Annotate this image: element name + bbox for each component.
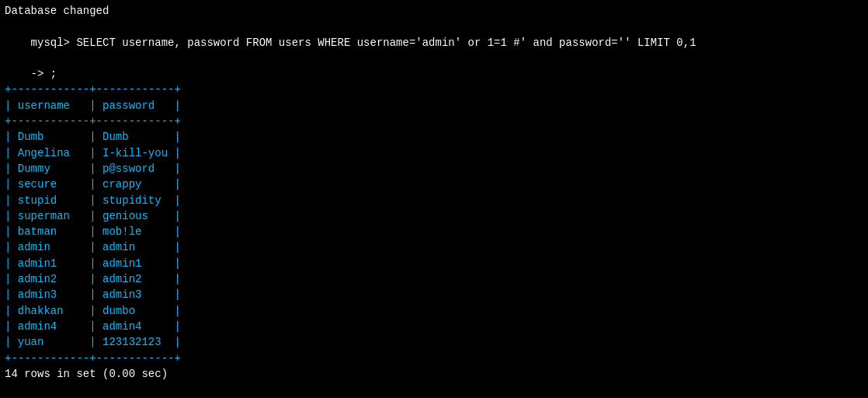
table-header: | username | password | (5, 98, 863, 113)
mysql-prompt: mysql> (31, 37, 77, 49)
table-mid-separator: +------------+------------+ (5, 113, 863, 129)
table-bot-separator: +------------+------------+ (5, 351, 863, 366)
table-row: | Angelina | I-kill-you | (5, 145, 863, 161)
table-row: | admin3 | admin3 | (5, 287, 863, 302)
table-row: | admin4 | admin4 | (5, 319, 863, 334)
table-rows: | Dumb | Dumb || Angelina | I-kill-you |… (5, 129, 863, 350)
sql-command: SELECT username, password FROM users WHE… (76, 37, 696, 49)
table-row: | admin2 | admin2 | (5, 271, 863, 287)
table-row: | Dumb | Dumb | (5, 129, 863, 145)
footer-line: 14 rows in set (0.00 sec) (5, 366, 863, 382)
sql-continuation-line: -> ; (5, 66, 863, 82)
table-row: | Dummy | p@ssword | (5, 161, 863, 176)
table-row: | superman | genious | (5, 208, 863, 224)
table-row: | secure | crappy | (5, 176, 863, 192)
table-row: | dhakkan | dumbo | (5, 303, 863, 319)
db-changed-line: Database changed (5, 3, 863, 19)
table-row: | admin | admin | (5, 239, 863, 255)
sql-command-line: mysql> SELECT username, password FROM us… (5, 19, 863, 66)
table-row: | yuan | 123132123 | (5, 334, 863, 350)
table-top-separator: +------------+------------+ (5, 82, 863, 97)
table-row: | batman | mob!le | (5, 224, 863, 239)
results-table: +------------+------------+ | username |… (5, 82, 863, 365)
table-row: | stupid | stupidity | (5, 193, 863, 208)
table-row: | admin1 | admin1 | (5, 256, 863, 271)
terminal-output: Database changed mysql> SELECT username,… (5, 3, 863, 382)
